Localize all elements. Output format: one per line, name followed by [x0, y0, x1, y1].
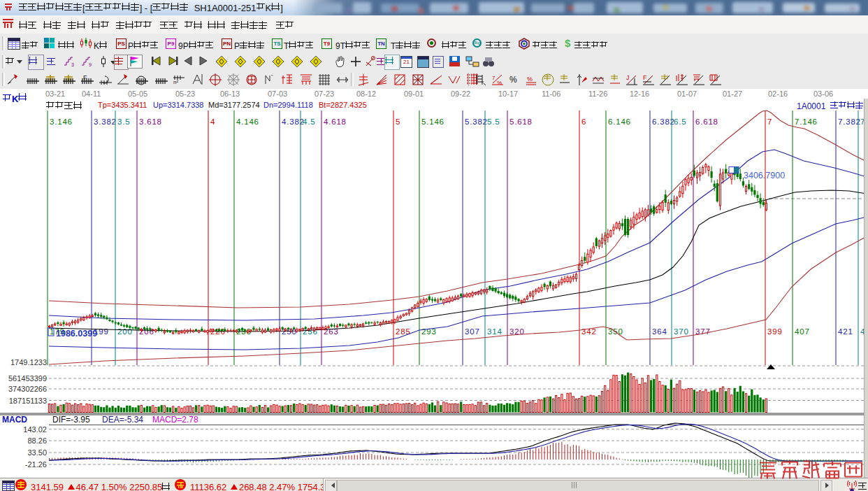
svg-text:364: 364: [652, 327, 667, 336]
svg-text:5: 5: [396, 118, 400, 126]
svg-text:5.5: 5.5: [487, 118, 500, 126]
svg-text:6.146: 6.146: [608, 118, 631, 126]
svg-text:3.618: 3.618: [139, 118, 162, 126]
svg-text:4.146: 4.146: [236, 118, 259, 126]
svg-text:5.618: 5.618: [509, 118, 533, 126]
svg-text:7: 7: [767, 118, 772, 126]
svg-text:": ": [271, 74, 273, 79]
svg-text:4.382: 4.382: [282, 118, 305, 126]
svg-text:3: 3: [71, 62, 74, 67]
svg-text:F: F: [643, 74, 647, 81]
svg-text:399: 399: [767, 327, 783, 336]
svg-text:n²: n²: [173, 79, 178, 85]
svg-text:3.146: 3.146: [50, 118, 73, 126]
svg-text:4: 4: [210, 118, 215, 126]
svg-text:%: %: [509, 75, 517, 85]
svg-text:%: %: [527, 76, 533, 83]
svg-text:6: 6: [581, 118, 586, 126]
svg-text:3.382: 3.382: [94, 118, 117, 126]
svg-text:200: 200: [117, 327, 133, 336]
svg-text:7.382: 7.382: [838, 118, 861, 126]
svg-text:370: 370: [674, 327, 689, 336]
svg-text:421: 421: [838, 327, 853, 336]
svg-text:Tp=3435.3411: Tp=3435.3411: [98, 101, 147, 109]
svg-text:5.146: 5.146: [421, 118, 444, 126]
svg-text:33.50: 33.50: [27, 448, 47, 457]
svg-text:7: 7: [492, 75, 496, 81]
svg-text:407: 407: [795, 327, 810, 336]
svg-text:4.5: 4.5: [303, 118, 315, 126]
svg-text:1749.1233: 1749.1233: [10, 358, 47, 367]
svg-text:6.618: 6.618: [695, 118, 718, 126]
svg-text:-21.26: -21.26: [25, 460, 47, 469]
svg-text:88.26: 88.26: [27, 436, 47, 445]
svg-text:MACD: MACD: [2, 415, 27, 425]
svg-text:%: %: [497, 80, 502, 86]
svg-text:9: 9: [89, 62, 92, 67]
svg-text:Up=3314.7338: Up=3314.7338: [153, 101, 203, 109]
svg-text:374302266: 374302266: [8, 385, 47, 393]
svg-text:DEA=-5.34: DEA=-5.34: [102, 415, 143, 425]
svg-text:Bt=2827.4325: Bt=2827.4325: [319, 101, 367, 109]
svg-text:307: 307: [465, 327, 480, 336]
svg-text:J: J: [626, 74, 630, 81]
svg-text:MACD=2.78: MACD=2.78: [152, 415, 198, 425]
svg-text:561453399: 561453399: [8, 374, 47, 383]
svg-text:6.5: 6.5: [674, 118, 686, 126]
svg-text:143.02: 143.02: [23, 425, 47, 434]
svg-text:3.5: 3.5: [117, 118, 130, 126]
svg-text:Dn=2994.1118: Dn=2994.1118: [263, 101, 313, 109]
svg-text:5.382: 5.382: [465, 118, 488, 126]
svg-text:187151133: 187151133: [9, 397, 47, 405]
svg-text:7.146: 7.146: [795, 118, 818, 126]
svg-text:DIF=-3.95: DIF=-3.95: [52, 415, 90, 425]
svg-text:314: 314: [487, 327, 502, 336]
svg-text:3406.7900: 3406.7900: [744, 171, 785, 180]
svg-text:1986.0399: 1986.0399: [56, 329, 97, 339]
svg-text:Md=3177.2574: Md=3177.2574: [208, 101, 260, 109]
svg-text:4.618: 4.618: [324, 118, 347, 126]
